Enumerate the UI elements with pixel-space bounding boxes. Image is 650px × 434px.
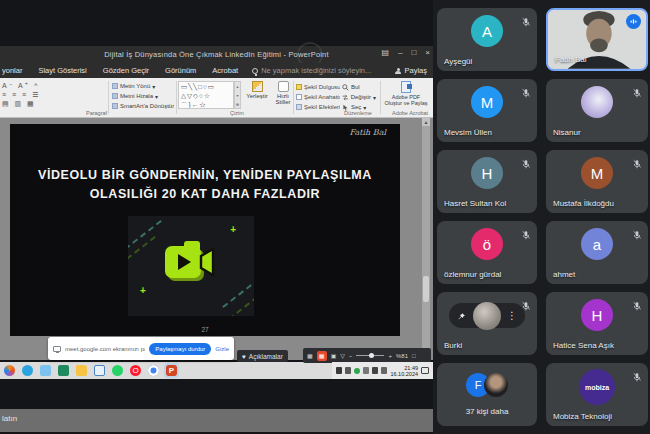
overflow-count-label: 37 kişi daha — [437, 407, 537, 416]
search-icon — [342, 84, 349, 91]
messenger-icon[interactable] — [40, 365, 51, 376]
plus-decor: + — [140, 285, 146, 296]
quick-styles-icon — [278, 81, 289, 92]
clock[interactable]: 21:4916.10.2024 — [390, 365, 418, 377]
ribbon-display-icon[interactable]: ▤ — [381, 48, 389, 57]
stop-sharing-button[interactable]: Paylaşmayı durdur — [149, 343, 211, 355]
whatsapp-icon[interactable] — [112, 365, 123, 376]
opera-icon[interactable]: O — [130, 365, 141, 376]
slide-canvas[interactable]: Fatih Bal VİDEOLU BİR GÖNDERİNİN, YENİDE… — [10, 124, 400, 336]
chrome-icon[interactable] — [148, 365, 159, 376]
network-icon[interactable] — [381, 367, 387, 374]
fullscreen-icon[interactable]: □ — [412, 353, 416, 359]
ribbon: A⁻ A⁺ ᴬ≡ ≡ ≡ ☰▤ ▥ ▦ Paragraf Metin Yönü … — [0, 78, 433, 118]
participant-tile[interactable]: ⋮ Burki — [437, 292, 537, 355]
shapes-gallery[interactable]: ▭╲╲□○▭ △▽◇○☆ ⌒}←☆ — [178, 81, 234, 109]
monitor-icon[interactable]: ▣ — [331, 352, 337, 359]
person-icon — [395, 68, 401, 74]
powerpoint-titlebar[interactable]: Dijital İş Dünyasında Öne Çıkmak LinkedI… — [0, 46, 433, 63]
active-tool-icon[interactable]: ▦ — [317, 351, 327, 361]
excel-icon[interactable] — [58, 365, 69, 376]
pin-icon[interactable] — [457, 307, 466, 325]
group-label-editing: Düzenleme — [344, 110, 372, 116]
participant-tile-video[interactable]: Fatih Bal — [546, 8, 648, 71]
screen-tools-bar: ▦ ▦ ▣ ▽ − + %81 □ — [303, 348, 431, 363]
participant-tile[interactable]: H Hasret Sultan Kol — [437, 150, 537, 213]
grid-icon[interactable]: ▦ — [307, 352, 313, 359]
group-label-adobe: Adobe Acrobat — [392, 110, 428, 116]
zoom-slider[interactable] — [356, 355, 384, 357]
mail-icon[interactable] — [94, 365, 105, 376]
shape-effects-button[interactable]: Şekil Efektleri ▾ — [296, 102, 340, 112]
participant-tile[interactable]: mobiza Mobiza Teknoloji — [546, 363, 648, 426]
find-button[interactable]: Bul — [342, 82, 376, 92]
shape-fill-icon — [296, 84, 302, 90]
avatar: H — [471, 157, 503, 189]
file-explorer-icon[interactable] — [76, 365, 87, 376]
tell-me-search[interactable]: Ne yapmak istediğinizi söyleyin... — [246, 66, 371, 75]
group-divider — [293, 81, 294, 114]
minimize-icon[interactable]: – — [398, 48, 402, 57]
annotations-toggle[interactable]: ♥ Açıklamalar — [237, 350, 288, 362]
office-share-button[interactable]: Paylaş — [395, 66, 433, 75]
app-tray-icon[interactable] — [354, 368, 360, 374]
tab-acrobat[interactable]: Acrobat — [204, 66, 246, 75]
lightbulb-icon — [252, 68, 258, 74]
participant-name: Mobiza Teknoloji — [553, 412, 612, 421]
mic-icon[interactable] — [336, 367, 342, 374]
avatar: a — [581, 228, 613, 260]
funnel-icon[interactable]: ▽ — [340, 352, 345, 359]
shape-outline-button[interactable]: Şekil Anahattı ▾ — [296, 92, 340, 102]
notification-icon[interactable] — [421, 367, 429, 374]
shape-fill-button[interactable]: Şekil Dolgusu ▾ — [296, 82, 340, 92]
participant-name: özlemnur gürdal — [444, 270, 501, 279]
volume-icon[interactable] — [372, 367, 378, 374]
close-icon[interactable]: × — [425, 48, 430, 57]
participant-tile[interactable]: M Mustafa İlkdoğdu — [546, 150, 648, 213]
scroll-up-icon[interactable]: ▲ — [422, 118, 430, 126]
participant-name: Fatih Bal — [555, 55, 587, 64]
maximize-icon[interactable]: □ — [411, 48, 416, 57]
telegram-icon[interactable] — [22, 365, 33, 376]
zoom-in-icon[interactable]: + — [388, 353, 392, 359]
avatar: M — [471, 86, 503, 118]
participant-tile[interactable]: M Mevsim Üllen — [437, 79, 537, 142]
participant-name: Hatice Sena Aşık — [553, 341, 614, 350]
overflow-participants-tile[interactable]: F 37 kişi daha — [437, 363, 537, 426]
mic-off-icon — [521, 226, 531, 244]
participant-tile[interactable]: H Hatice Sena Aşık — [546, 292, 648, 355]
avatar-logo: mobiza — [579, 369, 615, 405]
adobe-pdf-button[interactable]: Adobe PDFOluştur ve Paylaş — [384, 81, 428, 106]
more-options-icon[interactable]: ⋮ — [507, 310, 517, 321]
screen-share-bar: meet.google.com ekranınızı paylaşıyor Pa… — [48, 337, 234, 360]
zoom-out-icon[interactable]: − — [349, 353, 353, 359]
participant-tile[interactable]: ö özlemnur gürdal — [437, 221, 537, 284]
text-direction-button[interactable]: Metin Yönü ▾ — [112, 81, 174, 91]
participant-tile[interactable]: A Ayşegül — [437, 8, 537, 71]
shapes-gallery-scrollbar[interactable]: ▴▾⊞ — [234, 81, 241, 109]
tab-slideshow[interactable]: Slayt Gösterisi — [30, 66, 94, 75]
hide-link[interactable]: Gizle — [215, 346, 229, 352]
tab-view[interactable]: Görünüm — [157, 66, 204, 75]
mic-off-icon — [521, 84, 531, 102]
participant-tile[interactable]: a ahmet — [546, 221, 648, 284]
arrange-button[interactable]: Yerleştir — [244, 81, 270, 99]
align-text-button[interactable]: Metni Hizala ▾ — [112, 91, 174, 101]
scrollbar-thumb[interactable] — [423, 276, 429, 302]
group-label-paragraph: Paragraf — [86, 110, 107, 116]
mic-off-icon — [632, 297, 642, 315]
participant-tile[interactable]: Nisanur — [546, 79, 648, 142]
tab-animations-partial[interactable]: yonlar — [0, 66, 30, 75]
avatar-photo — [581, 86, 613, 118]
browser-icon[interactable] — [4, 365, 15, 376]
paragraph-stack: Metin Yönü ▾ Metni Hizala ▾ SmartArt'a D… — [112, 81, 174, 111]
smartart-button[interactable]: SmartArt'a Dönüştür — [112, 101, 174, 111]
cloud-icon[interactable] — [345, 367, 351, 374]
replace-button[interactable]: Değiştir ▾ — [342, 92, 376, 102]
battery-icon[interactable] — [363, 367, 369, 374]
tab-review[interactable]: Gözden Geçir — [95, 66, 157, 75]
audio-indicator-icon — [626, 14, 641, 29]
editor-scrollbar[interactable]: ▲ ▼ — [422, 118, 430, 360]
font-group-partial[interactable]: A⁻ A⁺ ᴬ≡ ≡ ≡ ☰▤ ▥ ▦ — [2, 81, 90, 108]
powerpoint-icon[interactable]: P — [166, 365, 177, 376]
